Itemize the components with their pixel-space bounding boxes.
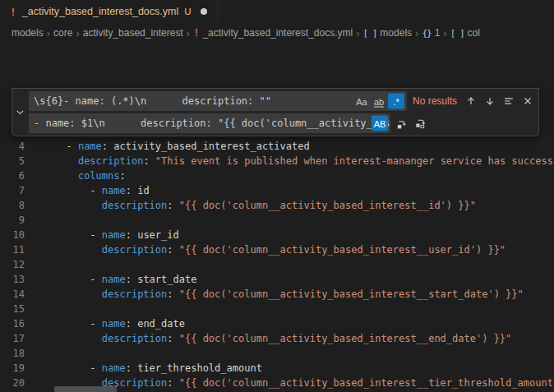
next-match-button[interactable] [482, 93, 498, 110]
arrow-down-icon [484, 95, 496, 107]
line-content: columns: [25, 168, 126, 183]
breadcrumb-item-models[interactable]: models [12, 27, 44, 39]
find-replace-widget: \s{6}- name: (.*)\n description: "" Aa a… [12, 88, 539, 136]
line-number: 19 [0, 361, 25, 376]
find-results-status: No results [413, 95, 457, 107]
line-number: 18 [0, 346, 25, 361]
breadcrumb-label: activity_based_interest [83, 27, 183, 39]
preserve-case-button[interactable]: AB [372, 116, 388, 131]
editor[interactable]: 1version: 223models:4 - name: activity_b… [0, 43, 554, 392]
line-content: description: "{{ doc('column__activity_b… [25, 331, 511, 346]
line-number: 12 [0, 257, 25, 272]
replace-icon [395, 118, 408, 130]
code-line-10[interactable]: 10 - name: user_id [0, 228, 554, 242]
find-in-selection-button[interactable] [501, 93, 517, 110]
line-content: - name: activity_based_interest_activate… [25, 139, 310, 154]
code-line-5[interactable]: 5 description: "This event is published … [0, 154, 554, 168]
previous-match-button[interactable] [463, 93, 479, 110]
code-line-17[interactable]: 17 description: "{{ doc('column__activit… [0, 331, 554, 346]
breadcrumb-label: models [380, 27, 412, 39]
breadcrumb-separator: › [76, 27, 79, 39]
replace-input-value: - name: $1\n description: "{{ doc('colum… [29, 118, 390, 129]
close-icon [522, 95, 533, 107]
replace-button[interactable] [393, 115, 409, 132]
whole-word-button[interactable]: ab [371, 94, 387, 109]
tab-title: _activity_based_interest_docs.yml [22, 6, 178, 17]
toggle-replace-button[interactable] [12, 89, 27, 136]
breadcrumb-item--activity-based-interest-docs-yml[interactable]: !_activity_based_interest_docs.yml [193, 27, 353, 39]
line-content: description: "{{ doc('column__activity_b… [25, 287, 524, 302]
line-content: - name: id [25, 183, 150, 198]
unsaved-changes-dot[interactable] [201, 8, 207, 15]
breadcrumb-item-activity-based-interest[interactable]: activity_based_interest [83, 27, 183, 39]
breadcrumb-item-col[interactable]: [ ]col [450, 27, 480, 39]
replace-all-icon [414, 118, 427, 130]
regex-button[interactable]: .* [388, 94, 404, 109]
whole-word-icon: ab [374, 96, 384, 106]
symbol-icon: [ ] [362, 28, 376, 39]
code-line-6[interactable]: 6 columns: [0, 168, 554, 183]
breadcrumb-item-1[interactable]: {}1 [422, 27, 440, 39]
line-content [25, 213, 54, 228]
breadcrumb-item-core[interactable]: core [53, 27, 72, 39]
replace-all-button[interactable] [412, 115, 428, 132]
close-button[interactable] [519, 93, 536, 110]
line-content: - name: tier_threshold_amount [25, 361, 262, 376]
line-number: 15 [0, 302, 25, 316]
breadcrumb-separator: › [443, 27, 446, 39]
code-line-16[interactable]: 16 - name: end_date [0, 316, 554, 331]
line-number: 4 [0, 139, 25, 154]
code-line-4[interactable]: 4 - name: activity_based_interest_activa… [0, 139, 554, 154]
replace-input[interactable]: - name: $1\n description: "{{ doc('colum… [29, 113, 390, 133]
line-content: - name: start_date [25, 272, 196, 287]
line-number: 17 [0, 331, 25, 346]
code-line-12[interactable]: 12 [0, 257, 554, 272]
line-content: description: "This event is published wh… [25, 154, 553, 168]
code-line-9[interactable]: 9 [0, 213, 554, 228]
code-line-18[interactable]: 18 [0, 346, 554, 361]
code-line-11[interactable]: 11 description: "{{ doc('column__activit… [0, 242, 554, 257]
match-case-button[interactable]: Aa [353, 94, 370, 109]
breadcrumb-label: col [468, 27, 480, 39]
breadcrumb-separator: › [356, 27, 359, 39]
vscode-editor-window: ! _activity_based_interest_docs.yml U mo… [0, 0, 554, 392]
breadcrumb-label: models [12, 27, 44, 39]
code-line-13[interactable]: 13 - name: start_date [0, 272, 554, 287]
line-content: - name: end_date [25, 316, 185, 331]
line-content [25, 302, 54, 316]
breadcrumb-separator: › [415, 27, 418, 39]
line-number: 20 [0, 376, 25, 390]
symbol-icon: [ ] [450, 28, 464, 39]
line-number: 6 [0, 168, 25, 183]
match-case-icon: Aa [356, 96, 367, 106]
line-content [25, 346, 54, 361]
line-number: 13 [0, 272, 25, 287]
find-input[interactable]: \s{6}- name: (.*)\n description: "" Aa a… [29, 91, 407, 111]
breadcrumb-label: 1 [435, 27, 441, 39]
line-content: - name: user_id [25, 228, 179, 242]
find-row: \s{6}- name: (.*)\n description: "" Aa a… [29, 91, 533, 111]
breadcrumb-item-models[interactable]: [ ]models [362, 27, 412, 39]
arrow-up-icon [465, 95, 477, 107]
line-number: 14 [0, 287, 25, 302]
breadcrumb: models›core›activity_based_interest›!_ac… [0, 23, 554, 43]
code-line-14[interactable]: 14 description: "{{ doc('column__activit… [0, 287, 554, 302]
preserve-case-icon: AB [374, 118, 386, 128]
line-number: 16 [0, 316, 25, 331]
tab-activity-based-interest-docs[interactable]: ! _activity_based_interest_docs.yml U [0, 0, 218, 23]
horizontal-scrollbar-thumb[interactable] [54, 386, 117, 392]
line-content [25, 257, 54, 272]
chevron-down-icon [15, 107, 25, 118]
breadcrumb-label: core [53, 27, 72, 39]
regex-icon: .* [393, 96, 399, 106]
line-number: 8 [0, 198, 25, 213]
git-status-badge: U [184, 7, 191, 16]
replace-row: - name: $1\n description: "{{ doc('colum… [29, 113, 533, 133]
code-line-8[interactable]: 8 description: "{{ doc('column__activity… [0, 198, 554, 213]
code-line-19[interactable]: 19 - name: tier_threshold_amount [0, 361, 554, 376]
line-number: 7 [0, 183, 25, 198]
line-number: 10 [0, 228, 25, 242]
code-line-7[interactable]: 7 - name: id [0, 183, 554, 198]
code-line-15[interactable]: 15 [0, 302, 554, 316]
line-number: 9 [0, 213, 25, 228]
